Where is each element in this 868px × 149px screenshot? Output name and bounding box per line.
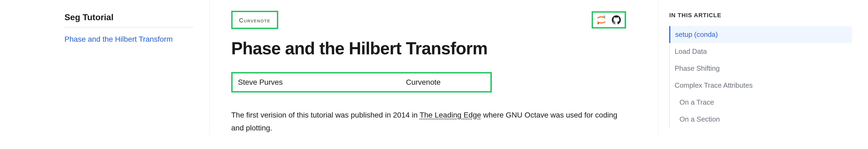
intro-paragraph: The first verision of this tutorial was … bbox=[231, 109, 621, 134]
toc-item[interactable]: Phase Shifting bbox=[669, 60, 852, 77]
toc-item[interactable]: setup (conda) bbox=[669, 26, 852, 43]
sidebar-nav-item[interactable]: Phase and the Hilbert Transform bbox=[64, 34, 193, 44]
toc-item[interactable]: Complex Trace Attributes bbox=[669, 77, 852, 94]
svg-point-1 bbox=[597, 23, 599, 25]
toc-list: setup (conda)Load DataPhase ShiftingComp… bbox=[669, 26, 852, 128]
toc-item[interactable]: On a Trace bbox=[669, 94, 852, 111]
site-title: Seg Tutorial bbox=[64, 11, 193, 27]
toc: IN THIS ARTICLE setup (conda)Load DataPh… bbox=[658, 0, 868, 134]
github-icon[interactable] bbox=[611, 14, 622, 26]
header-top-row: Curvenote bbox=[231, 11, 626, 29]
badges-highlight bbox=[592, 11, 626, 29]
toc-item[interactable]: Load Data bbox=[669, 43, 852, 60]
author-affiliation[interactable]: Curvenote bbox=[362, 77, 485, 88]
kicker-label[interactable]: Curvenote bbox=[239, 17, 271, 24]
main-content: Curvenote Phase and the bbox=[210, 0, 658, 134]
author-name[interactable]: Steve Purves bbox=[238, 77, 362, 88]
jupyter-icon[interactable] bbox=[596, 14, 607, 26]
author-highlight: Steve Purves Curvenote bbox=[231, 72, 492, 92]
intro-text-prefix: The first verision of this tutorial was … bbox=[231, 111, 420, 119]
intro-link[interactable]: The Leading Edge bbox=[420, 111, 481, 119]
toc-heading: IN THIS ARTICLE bbox=[669, 11, 852, 20]
toc-item[interactable]: On a Section bbox=[669, 111, 852, 128]
svg-point-0 bbox=[604, 16, 606, 17]
sidebar: Seg Tutorial Phase and the Hilbert Trans… bbox=[0, 0, 210, 134]
page-title: Phase and the Hilbert Transform bbox=[231, 35, 626, 61]
kicker-highlight: Curvenote bbox=[231, 11, 278, 29]
